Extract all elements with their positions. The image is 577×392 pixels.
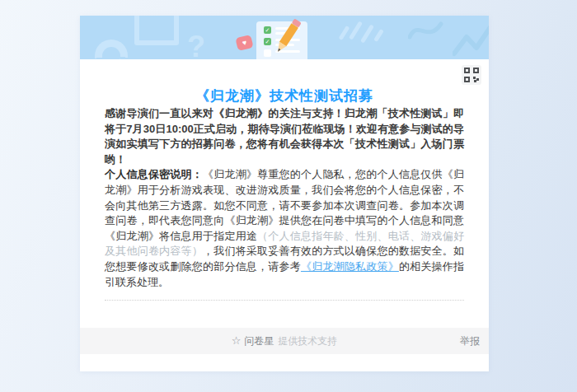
privacy-paragraph: 个人信息保密说明：《归龙潮》尊重您的个人隐私，您的个人信息仅供《归龙潮》用于分析… (105, 167, 464, 290)
footer-bar: ☆问卷星提供技术支持 举报 (80, 328, 489, 354)
question-mark-shape: ? (187, 32, 205, 59)
brand-slogan: 提供技术支持 (278, 335, 337, 347)
privacy-policy-link[interactable]: 《归龙潮隐私政策》 (301, 260, 399, 273)
survey-card: ? ✓ ✓ ♥ (80, 16, 489, 371)
checkbox-checked-icon: ✓ (264, 38, 271, 45)
dotted-divider (105, 300, 464, 301)
banner-illustration: ? ✓ ✓ ♥ (80, 16, 489, 59)
heart-icon: ♥ (235, 35, 253, 51)
privacy-label: 个人信息保密说明： (105, 168, 203, 180)
curve-line-shape (408, 17, 444, 45)
brand-link[interactable]: ☆问卷星提供技术支持 (232, 334, 338, 348)
slash-lines-shape (342, 21, 381, 44)
survey-content: 《归龙潮》技术性测试招募 感谢导演们一直以来对《归龙潮》的关注与支持！归龙潮「技… (80, 59, 489, 371)
checkbox-empty-icon (264, 49, 271, 57)
star-icon: ☆ (232, 334, 242, 347)
checkbox-checked-icon: ✓ (264, 26, 271, 34)
intro-paragraph: 感谢导演们一直以来对《归龙潮》的关注与支持！归龙潮「技术性测试」即将于7月30日… (105, 106, 464, 167)
zigzag-line-shape (453, 24, 489, 57)
square-shape (134, 16, 179, 45)
report-link[interactable]: 举报 (460, 328, 480, 354)
brand-name: 问卷星 (244, 335, 274, 347)
qr-code-icon[interactable] (462, 65, 481, 85)
page-title: 《归龙潮》技术性测试招募 (105, 59, 464, 106)
donut-chart-shape (95, 40, 128, 59)
